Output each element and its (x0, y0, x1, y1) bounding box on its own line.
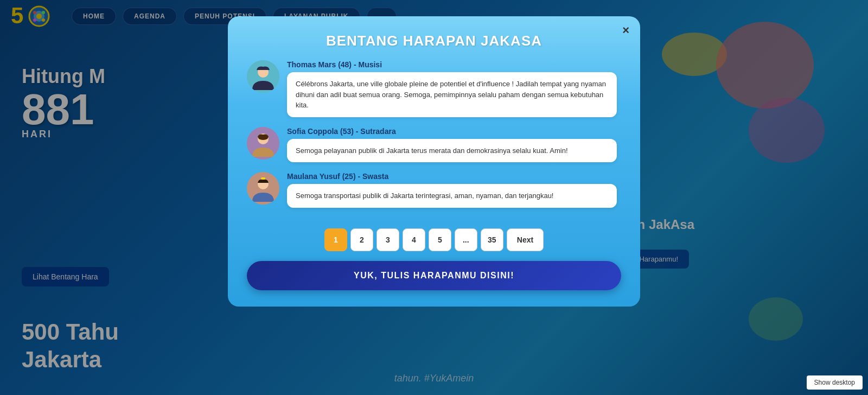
entry-item: Maulana Yusuf (25) - Swasta Semoga trans… (247, 172, 617, 208)
page-btn-5[interactable]: 5 (429, 228, 451, 251)
cta-button[interactable]: YUK, TULIS HARAPANMU DISINI! (247, 261, 621, 290)
page-btn-next[interactable]: Next (507, 228, 544, 251)
pagination: 1 2 3 4 5 ... 35 Next (247, 228, 621, 251)
avatar (247, 60, 279, 93)
page-btn-1[interactable]: 1 (324, 228, 347, 251)
entry-item: Sofia Coppola (53) - Sutradara Semoga pe… (247, 127, 617, 163)
page-btn-4[interactable]: 4 (403, 228, 425, 251)
entry-bubble: Célébrons Jakarta, une ville globale ple… (287, 72, 617, 117)
page-btn-ellipsis: ... (455, 228, 477, 251)
entry-content: Sofia Coppola (53) - Sutradara Semoga pe… (287, 127, 617, 163)
entry-content: Maulana Yusuf (25) - Swasta Semoga trans… (287, 172, 617, 208)
entry-name: Sofia Coppola (53) - Sutradara (287, 127, 617, 136)
modal-overlay: × BENTANG HARAPAN JAKASA Thomas Mars (48… (0, 0, 868, 395)
entry-bubble: Semoga pelayanan publik di Jakarta terus… (287, 139, 617, 163)
svg-rect-14 (261, 177, 265, 180)
show-desktop-button[interactable]: Show desktop (807, 375, 863, 390)
entry-name: Maulana Yusuf (25) - Swasta (287, 172, 617, 181)
modal-dialog: × BENTANG HARAPAN JAKASA Thomas Mars (48… (228, 16, 640, 307)
page-btn-35[interactable]: 35 (481, 228, 503, 251)
entries-scroll-area[interactable]: Thomas Mars (48) - Musisi Célébrons Jaka… (247, 60, 621, 218)
entry-item: Thomas Mars (48) - Musisi Célébrons Jaka… (247, 60, 617, 117)
page-btn-3[interactable]: 3 (376, 228, 399, 251)
avatar (247, 127, 279, 160)
page-btn-2[interactable]: 2 (350, 228, 373, 251)
modal-title: BENTANG HARAPAN JAKASA (247, 33, 621, 49)
entry-name: Thomas Mars (48) - Musisi (287, 60, 617, 69)
modal-close-button[interactable]: × (622, 24, 629, 36)
avatar (247, 172, 279, 205)
entry-bubble: Semoga transportasi publik di Jakarta te… (287, 184, 617, 208)
entry-content: Thomas Mars (48) - Musisi Célébrons Jaka… (287, 60, 617, 117)
